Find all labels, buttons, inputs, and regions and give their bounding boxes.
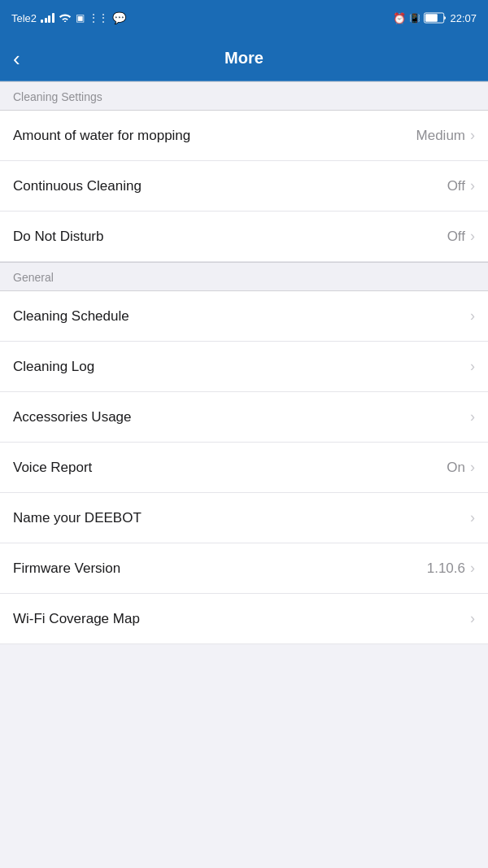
settings-content: Cleaning SettingsAmount of water for mop… [0, 81, 488, 644]
chevron-icon-voice-report: › [470, 459, 475, 476]
item-right-water-amount: Medium› [416, 127, 475, 144]
item-right-firmware-version: 1.10.6› [427, 560, 475, 577]
item-right-name-deebot: › [470, 509, 475, 526]
settings-item-do-not-disturb[interactable]: Do Not DisturbOff› [0, 212, 488, 262]
signal-bars-icon [41, 13, 54, 23]
settings-item-firmware-version[interactable]: Firmware Version1.10.6› [0, 543, 488, 594]
item-label-continuous-cleaning: Continuous Cleaning [13, 178, 142, 194]
settings-item-wifi-coverage[interactable]: Wi-Fi Coverage Map› [0, 594, 488, 644]
chevron-icon-wifi-coverage: › [470, 610, 475, 627]
carrier-label: Tele2 [11, 12, 37, 24]
item-label-name-deebot: Name your DEEBOT [13, 510, 142, 526]
item-right-cleaning-log: › [470, 358, 475, 375]
bluetooth-icon: ⋮⋮ [89, 12, 108, 24]
time-label: 22:07 [450, 12, 477, 24]
page-header: ‹ More [0, 36, 488, 81]
item-label-firmware-version: Firmware Version [13, 560, 120, 577]
status-bar: Tele2 ▣ ⋮⋮ 💬 ⏰ 📳 2 [0, 0, 488, 36]
item-right-voice-report: On› [447, 459, 475, 476]
item-value-firmware-version: 1.10.6 [427, 560, 465, 577]
item-label-voice-report: Voice Report [13, 460, 92, 476]
chevron-icon-name-deebot: › [470, 509, 475, 526]
item-right-cleaning-schedule: › [470, 308, 475, 325]
chevron-icon-cleaning-log: › [470, 358, 475, 375]
settings-item-accessories-usage[interactable]: Accessories Usage› [0, 392, 488, 443]
item-value-continuous-cleaning: Off [447, 178, 465, 194]
settings-item-continuous-cleaning[interactable]: Continuous CleaningOff› [0, 161, 488, 212]
status-right: ⏰ 📳 22:07 [393, 12, 477, 24]
wifi-icon [59, 12, 72, 24]
item-label-do-not-disturb: Do Not Disturb [13, 229, 103, 245]
message-icon: 💬 [112, 11, 126, 24]
item-label-wifi-coverage: Wi-Fi Coverage Map [13, 611, 140, 627]
status-left: Tele2 ▣ ⋮⋮ 💬 [11, 11, 126, 24]
item-right-wifi-coverage: › [470, 610, 475, 627]
notification-icon: ▣ [76, 12, 85, 24]
item-label-cleaning-schedule: Cleaning Schedule [13, 308, 129, 325]
settings-item-water-amount[interactable]: Amount of water for moppingMedium› [0, 111, 488, 161]
item-value-do-not-disturb: Off [447, 229, 465, 245]
page-title: More [224, 49, 264, 68]
section-list-general: Cleaning Schedule›Cleaning Log›Accessori… [0, 291, 488, 644]
item-label-water-amount: Amount of water for mopping [13, 128, 190, 144]
chevron-icon-do-not-disturb: › [470, 228, 475, 245]
section-list-cleaning-settings: Amount of water for moppingMedium›Contin… [0, 111, 488, 262]
back-button[interactable]: ‹ [13, 48, 20, 69]
battery-icon [424, 12, 447, 24]
section-header-general: General [0, 262, 488, 291]
svg-rect-2 [425, 14, 438, 21]
item-label-cleaning-log: Cleaning Log [13, 359, 94, 375]
section-header-cleaning-settings: Cleaning Settings [0, 81, 488, 111]
alarm-icon: ⏰ [393, 12, 406, 24]
item-right-accessories-usage: › [470, 408, 475, 425]
settings-item-voice-report[interactable]: Voice ReportOn› [0, 443, 488, 493]
item-value-water-amount: Medium [416, 128, 465, 144]
back-icon: ‹ [13, 48, 20, 69]
chevron-icon-cleaning-schedule: › [470, 308, 475, 325]
item-label-accessories-usage: Accessories Usage [13, 409, 132, 425]
chevron-icon-firmware-version: › [470, 560, 475, 577]
chevron-icon-water-amount: › [470, 127, 475, 144]
item-right-continuous-cleaning: Off› [447, 177, 475, 194]
vibrate-icon: 📳 [409, 13, 420, 24]
chevron-icon-continuous-cleaning: › [470, 177, 475, 194]
settings-item-cleaning-log[interactable]: Cleaning Log› [0, 342, 488, 392]
chevron-icon-accessories-usage: › [470, 408, 475, 425]
settings-item-name-deebot[interactable]: Name your DEEBOT› [0, 493, 488, 543]
settings-item-cleaning-schedule[interactable]: Cleaning Schedule› [0, 291, 488, 342]
item-value-voice-report: On [447, 460, 465, 476]
item-right-do-not-disturb: Off› [447, 228, 475, 245]
svg-point-0 [63, 20, 65, 22]
